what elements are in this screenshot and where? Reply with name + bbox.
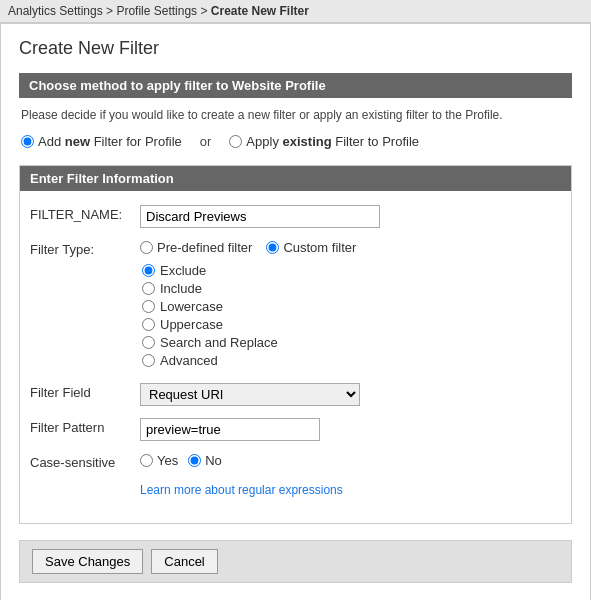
filter-field-select[interactable]: Request URI Request Query String Request… <box>140 383 360 406</box>
page-title: Create New Filter <box>19 38 572 59</box>
case-sensitive-options: Yes No <box>140 453 561 468</box>
yes-label: Yes <box>157 453 178 468</box>
advanced-option[interactable]: Advanced <box>142 353 561 368</box>
filter-pattern-input[interactable] <box>140 418 320 441</box>
include-option[interactable]: Include <box>142 281 561 296</box>
custom-filter-radio[interactable] <box>266 241 279 254</box>
filter-name-label: FILTER_NAME: <box>30 205 140 222</box>
breadcrumb: Analytics Settings > Profile Settings > … <box>0 0 591 23</box>
custom-filter-label: Custom filter <box>283 240 356 255</box>
include-label: Include <box>160 281 202 296</box>
filter-pattern-label: Filter Pattern <box>30 418 140 435</box>
filter-field-select-container: Request URI Request Query String Request… <box>140 383 561 406</box>
learn-more-field: Learn more about regular expressions <box>140 482 561 497</box>
filter-type-label: Filter Type: <box>30 240 140 257</box>
search-replace-radio[interactable] <box>142 336 155 349</box>
filter-name-row: FILTER_NAME: <box>30 205 561 228</box>
or-text: or <box>200 134 212 149</box>
learn-more-spacer <box>30 482 140 484</box>
filter-form: FILTER_NAME: Filter Type: Pre-defined fi… <box>20 191 571 523</box>
case-sensitive-label: Case-sensitive <box>30 453 140 470</box>
apply-existing-label: Apply existing Filter to Profile <box>246 134 419 149</box>
apply-existing-filter-option[interactable]: Apply existing Filter to Profile <box>229 134 419 149</box>
breadcrumb-part2: Profile Settings <box>116 4 197 18</box>
advanced-radio[interactable] <box>142 354 155 367</box>
filter-pattern-field <box>140 418 561 441</box>
bottom-bar: Save Changes Cancel <box>19 540 572 583</box>
filter-type-row: Filter Type: Pre-defined filter Custom f… <box>30 240 561 371</box>
lowercase-radio[interactable] <box>142 300 155 313</box>
yes-option[interactable]: Yes <box>140 453 178 468</box>
learn-more-link[interactable]: Learn more about regular expressions <box>140 483 343 497</box>
search-replace-label: Search and Replace <box>160 335 278 350</box>
lowercase-label: Lowercase <box>160 299 223 314</box>
search-replace-option[interactable]: Search and Replace <box>142 335 561 350</box>
lowercase-option[interactable]: Lowercase <box>142 299 561 314</box>
case-sensitive-field: Yes No <box>140 453 561 468</box>
add-new-label: Add new Filter for Profile <box>38 134 182 149</box>
uppercase-radio[interactable] <box>142 318 155 331</box>
predefined-filter-option[interactable]: Pre-defined filter <box>140 240 252 255</box>
uppercase-label: Uppercase <box>160 317 223 332</box>
section1-description: Please decide if you would like to creat… <box>19 108 572 122</box>
exclude-radio[interactable] <box>142 264 155 277</box>
filter-info-section: Enter Filter Information FILTER_NAME: Fi… <box>19 165 572 524</box>
filter-name-field <box>140 205 561 228</box>
breadcrumb-current: Create New Filter <box>211 4 309 18</box>
add-new-filter-radio[interactable] <box>21 135 34 148</box>
section2-header: Enter Filter Information <box>20 166 571 191</box>
filter-sub-options: Exclude Include Lowercase Uppercase <box>142 263 561 368</box>
save-button[interactable]: Save Changes <box>32 549 143 574</box>
no-radio[interactable] <box>188 454 201 467</box>
section1-header: Choose method to apply filter to Website… <box>19 73 572 98</box>
filter-pattern-row: Filter Pattern <box>30 418 561 441</box>
breadcrumb-sep1: > <box>106 4 116 18</box>
predefined-filter-radio[interactable] <box>140 241 153 254</box>
no-option[interactable]: No <box>188 453 222 468</box>
filter-type-options: Pre-defined filter Custom filter <box>140 240 561 255</box>
filter-name-input[interactable] <box>140 205 380 228</box>
cancel-button[interactable]: Cancel <box>151 549 217 574</box>
page-container: Create New Filter Choose method to apply… <box>0 23 591 600</box>
exclude-option[interactable]: Exclude <box>142 263 561 278</box>
uppercase-option[interactable]: Uppercase <box>142 317 561 332</box>
yes-radio[interactable] <box>140 454 153 467</box>
custom-filter-option[interactable]: Custom filter <box>266 240 356 255</box>
learn-more-row: Learn more about regular expressions <box>30 482 561 497</box>
filter-method-row: Add new Filter for Profile or Apply exis… <box>19 134 572 149</box>
advanced-label: Advanced <box>160 353 218 368</box>
predefined-filter-label: Pre-defined filter <box>157 240 252 255</box>
no-label: No <box>205 453 222 468</box>
include-radio[interactable] <box>142 282 155 295</box>
breadcrumb-part1: Analytics Settings <box>8 4 103 18</box>
exclude-label: Exclude <box>160 263 206 278</box>
add-new-filter-option[interactable]: Add new Filter for Profile <box>21 134 182 149</box>
case-sensitive-row: Case-sensitive Yes No <box>30 453 561 470</box>
apply-existing-filter-radio[interactable] <box>229 135 242 148</box>
breadcrumb-sep2: > <box>200 4 210 18</box>
filter-field-row: Filter Field Request URI Request Query S… <box>30 383 561 406</box>
filter-type-field: Pre-defined filter Custom filter Exclude <box>140 240 561 371</box>
filter-field-label: Filter Field <box>30 383 140 400</box>
